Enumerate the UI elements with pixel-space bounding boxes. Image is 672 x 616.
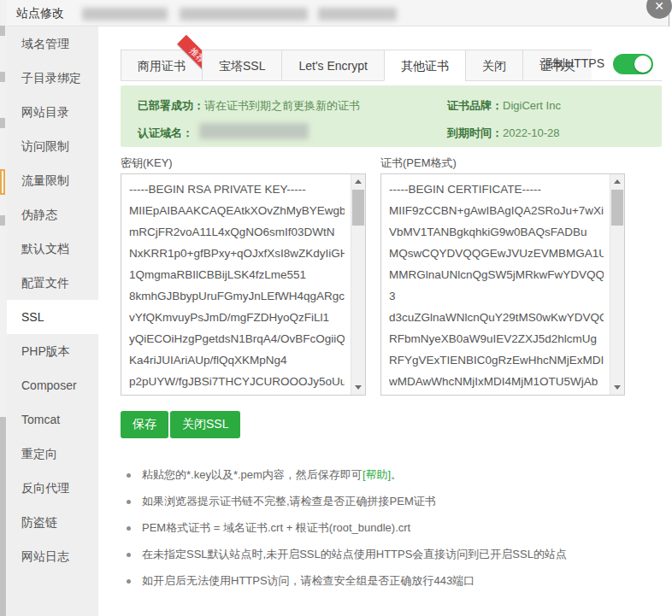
pem-textarea[interactable]: -----BEGIN CERTIFICATE----- MIIF9zCCBN+g… <box>380 173 625 396</box>
force-https-control: 强制HTTPS <box>541 54 653 74</box>
note-text: 如开启后无法使用HTTPS访问，请检查安全组是否正确放行443端口 <box>142 574 475 587</box>
key-scrollbar[interactable] <box>351 174 365 395</box>
bullet-icon <box>127 553 131 557</box>
redacted-title-text <box>180 8 308 21</box>
background-scrollbar <box>0 417 6 616</box>
bullet-icon <box>127 473 131 478</box>
key-label: 密钥(KEY) <box>121 155 173 171</box>
deploy-status-text: 请在证书到期之前更换新的证书 <box>204 99 360 112</box>
help-link[interactable]: [帮助] <box>363 468 391 481</box>
redacted-title-text <box>82 8 168 21</box>
note-text: PEM格式证书 = 域名证书.crt + 根证书(root_bundle).cr… <box>142 521 410 534</box>
sidebar-item-ssl[interactable]: SSL <box>7 300 98 334</box>
tab-label: 其他证书 <box>401 59 449 73</box>
note-suffix: 。 <box>391 468 402 481</box>
cert-expiry-label: 到期时间： <box>447 126 503 139</box>
site-edit-modal: 站点修改 ✕ 域名管理 子目录绑定 网站目录 访问限制 流量限制 伪静态 默认文… <box>7 0 669 616</box>
note-item: 在未指定SSL默认站点时,未开启SSL的站点使用HTTPS会直接访问到已开启SS… <box>127 541 567 567</box>
cert-status-box: 已部署成功：请在证书到期之前更换新的证书 认证域名： 证书品牌：DigiCert… <box>121 85 662 147</box>
sidebar-item-tomcat[interactable]: Tomcat <box>7 402 98 437</box>
sidebar-item-traffic-limit[interactable]: 流量限制 <box>7 163 98 197</box>
cert-tabbar: 商用证书 推荐 宝塔SSLLet's Encrypt其他证书关闭证书夹 强制HT… <box>121 50 662 81</box>
scrollbar-thumb[interactable] <box>352 190 364 226</box>
force-https-label: 强制HTTPS <box>541 56 604 70</box>
background-fragment <box>0 118 5 128</box>
sidebar-item-config[interactable]: 配置文件 <box>7 266 98 300</box>
background-fragment <box>0 26 5 36</box>
background-fragment <box>0 72 5 82</box>
sidebar-item-default-doc[interactable]: 默认文档 <box>7 232 98 266</box>
cert-expiry-value: 2022-10-28 <box>503 126 560 139</box>
key-content: -----BEGIN RSA PRIVATE KEY----- MIIEpAIB… <box>129 179 345 395</box>
note-item: 粘贴您的*.key以及*.pem内容，然后保存即可[帮助]。 <box>127 461 567 488</box>
pem-label: 证书(PEM格式) <box>380 155 457 171</box>
toggle-knob <box>634 56 651 73</box>
scroll-up-icon[interactable] <box>355 179 362 184</box>
modal-title: 站点修改 <box>16 6 64 21</box>
background-page-strip <box>0 0 7 616</box>
sidebar-item-access-limit[interactable]: 访问限制 <box>7 129 98 163</box>
save-button[interactable]: 保存 <box>121 411 168 438</box>
note-text: 如果浏览器提示证书链不完整,请检查是否正确拼接PEM证书 <box>142 495 436 507</box>
sidebar-item-domain[interactable]: 域名管理 <box>7 26 98 61</box>
key-textarea[interactable]: -----BEGIN RSA PRIVATE KEY----- MIIEpAIB… <box>121 173 366 396</box>
cert-brand-value: DigiCert Inc <box>503 99 561 112</box>
sidebar-item-rewrite[interactable]: 伪静态 <box>7 197 98 232</box>
sidebar: 域名管理 子目录绑定 网站目录 访问限制 流量限制 伪静态 默认文档 配置文件 … <box>7 26 98 616</box>
tab-label: 商用证书 <box>138 59 186 73</box>
note-text: 粘贴您的*.key以及*.pem内容，然后保存即可 <box>142 468 363 481</box>
tab-lets-encrypt[interactable]: Let's Encrypt <box>281 50 384 81</box>
close-ssl-button[interactable]: 关闭SSL <box>170 411 240 438</box>
sidebar-item-hotlink[interactable]: 防盗链 <box>7 505 98 539</box>
sidebar-item-site-dir[interactable]: 网站目录 <box>7 95 98 129</box>
bullet-icon <box>127 579 131 584</box>
force-https-toggle[interactable] <box>613 54 653 74</box>
note-item: PEM格式证书 = 域名证书.crt + 根证书(root_bundle).cr… <box>127 514 567 541</box>
help-notes: 粘贴您的*.key以及*.pem内容，然后保存即可[帮助]。 如果浏览器提示证书… <box>127 461 567 594</box>
modal-titlebar: 站点修改 <box>7 0 669 26</box>
scroll-up-icon[interactable] <box>614 179 621 184</box>
scroll-down-icon[interactable] <box>614 385 621 390</box>
background-fragment <box>0 215 5 226</box>
deploy-status-label: 已部署成功： <box>138 99 204 112</box>
redacted-title-text <box>318 8 397 21</box>
note-item: 如开启后无法使用HTTPS访问，请检查安全组是否正确放行443端口 <box>127 567 567 594</box>
scrollbar-thumb[interactable] <box>611 190 623 226</box>
sidebar-item-reverse-proxy[interactable]: 反向代理 <box>7 471 98 505</box>
tab-label: 宝塔SSL <box>219 59 265 73</box>
tab-close[interactable]: 关闭 <box>465 50 522 81</box>
sidebar-item-subdir[interactable]: 子目录绑定 <box>7 61 98 95</box>
tab-bt-ssl[interactable]: 宝塔SSL <box>202 50 281 81</box>
ssl-panel: 商用证书 推荐 宝塔SSLLet's Encrypt其他证书关闭证书夹 强制HT… <box>98 26 669 616</box>
note-item: 如果浏览器提示证书链不完整,请检查是否正确拼接PEM证书 <box>127 488 567 514</box>
sidebar-item-redirect[interactable]: 重定向 <box>7 437 98 471</box>
scroll-down-icon[interactable] <box>355 385 362 390</box>
tab-other-cert[interactable]: 其他证书 <box>384 50 465 81</box>
background-fragment <box>0 169 5 195</box>
bullet-icon <box>127 526 131 531</box>
tab-commercial-cert[interactable]: 商用证书 推荐 <box>121 50 202 81</box>
sidebar-item-php[interactable]: PHP版本 <box>7 334 98 368</box>
cert-brand-label: 证书品牌： <box>447 99 503 112</box>
tab-label: 关闭 <box>482 59 506 73</box>
redacted-domain-value <box>199 123 309 139</box>
sidebar-item-site-log[interactable]: 网站日志 <box>7 539 98 573</box>
pem-content: -----BEGIN CERTIFICATE----- MIIF9zCCBN+g… <box>389 179 604 395</box>
note-text: 在未指定SSL默认站点时,未开启SSL的站点使用HTTPS会直接访问到已开启SS… <box>142 548 567 560</box>
sidebar-item-composer[interactable]: Composer <box>7 368 98 402</box>
pem-scrollbar[interactable] <box>610 174 624 395</box>
tab-label: Let's Encrypt <box>298 59 368 73</box>
bullet-icon <box>127 500 131 504</box>
cert-domain-label: 认证域名： <box>138 126 193 139</box>
